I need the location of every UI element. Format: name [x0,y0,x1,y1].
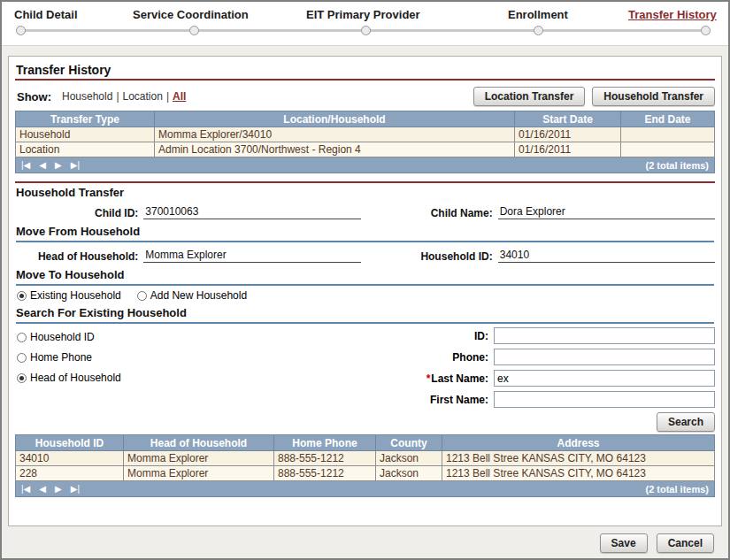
home-phone-radio[interactable]: Home Phone [17,351,280,364]
cell-household-id: 34010 [16,451,124,466]
column-header-start-date: Start Date [515,111,621,127]
step-child-detail[interactable]: Child Detail [14,8,78,21]
phone-field-row: Phone: [290,349,715,365]
search-area: Household ID Home Phone Head of Househol… [15,327,715,408]
household-id-value: 34010 [498,249,715,263]
result-row[interactable]: 34010 Momma Explorer 888-555-1212 Jackso… [16,451,715,466]
search-results-table: Household ID Head of Household Home Phon… [15,434,715,481]
first-name-field-label: First Name: [290,394,494,406]
column-header-location-household: Location/Household [155,111,515,127]
show-filter-all[interactable]: All [173,90,186,103]
add-new-household-radio[interactable]: Add New Household [137,289,247,302]
step-eit-primary-provider[interactable]: EIT Primary Provider [306,8,420,21]
show-label: Show: [17,90,51,104]
add-new-household-label: Add New Household [150,289,247,302]
household-id-label: Household ID: [361,250,498,263]
existing-household-radio[interactable]: Existing Household [17,289,121,302]
column-header-address: Address [442,435,715,451]
search-button-row: Search [15,412,715,432]
id-input[interactable] [494,327,715,344]
cancel-button[interactable]: Cancel [657,533,714,553]
radio-icon[interactable] [137,291,147,301]
move-from-household-heading: Move From Household [16,225,714,242]
id-field-row: ID: [290,327,715,344]
results-table-pager: |◀ ◀ ▶ ▶| (2 total items) [15,481,715,497]
pager-last-icon[interactable]: ▶| [71,161,80,170]
save-button[interactable]: Save [600,533,648,553]
pager-prev-icon[interactable]: ◀ [39,161,46,170]
cell-transfer-type: Household [16,127,155,142]
pager-first-icon[interactable]: |◀ [21,161,30,170]
step-service-coordination[interactable]: Service Coordination [133,8,249,21]
phone-input[interactable] [494,349,715,365]
pager-next-icon[interactable]: ▶ [55,161,62,170]
step-dot-icon[interactable] [701,26,711,35]
search-fields: ID: Phone: *Last Name: First Name: [290,327,715,408]
child-id-value: 370010063 [143,205,360,219]
child-info-row: Child ID: 370010063 Child Name: Dora Exp… [15,205,715,219]
table-header-row: Transfer Type Location/Household Start D… [16,111,715,127]
head-of-household-option-label: Head of Household [30,372,121,384]
pager-next-icon[interactable]: ▶ [55,485,62,494]
id-field-label: ID: [290,330,494,342]
cell-start-date: 01/16/2011 [515,142,621,157]
wizard-stepper: Child Detail Service Coordination EIT Pr… [2,2,728,46]
show-filter-location[interactable]: Location [123,90,163,103]
pager-last-icon[interactable]: ▶| [71,485,80,494]
step-enrollment[interactable]: Enrollment [508,8,568,21]
move-from-row: Head of Household: Momma Explorer Househ… [15,249,715,263]
show-filter-row: Show: Household | Location | All Locatio… [15,84,715,109]
search-button[interactable]: Search [657,412,715,432]
page-content: Transfer History Show: Household | Locat… [2,46,728,558]
transfer-history-table: Transfer Type Location/Household Start D… [15,111,715,157]
cell-end-date [621,142,715,157]
separator: | [116,90,119,103]
last-name-input[interactable] [494,370,715,387]
cell-transfer-type: Location [16,142,155,157]
step-transfer-history[interactable]: Transfer History [628,8,717,21]
first-name-input[interactable] [494,391,715,408]
transfer-actions: Location Transfer Household Transfer [473,87,715,106]
move-to-options: Existing Household Add New Household [17,289,713,302]
head-of-household-value: Momma Explorer [143,249,360,263]
last-name-field-label: *Last Name: [290,372,494,385]
household-id-radio[interactable]: Household ID [17,331,280,343]
column-header-end-date: End Date [621,111,715,127]
show-filter-household[interactable]: Household [62,90,112,103]
household-transfer-heading: Household Transfer [16,186,714,199]
cell-home-phone: 888-555-1212 [274,466,376,481]
cell-address: 1213 Bell Stree KANSAS CITY, MO 64123 [442,451,715,466]
cell-head-of-household: Momma Explorer [124,466,274,481]
column-header-home-phone: Home Phone [274,435,376,451]
step-dot-icon[interactable] [16,26,26,35]
section-divider [15,181,715,183]
head-of-household-radio[interactable]: Head of Household [17,372,280,384]
pager-prev-icon[interactable]: ◀ [39,485,46,494]
cell-start-date: 01/16/2011 [515,127,621,142]
child-name-value: Dora Explorer [498,205,715,219]
step-dot-icon[interactable] [534,26,543,35]
step-dot-icon[interactable] [189,26,199,35]
title-divider [15,79,715,81]
head-of-household-label: Head of Household: [15,250,143,263]
radio-icon[interactable] [17,373,27,383]
cell-address: 1213 Bell Stree KANSAS CITY, MO 64123 [442,466,715,481]
cell-head-of-household: Momma Explorer [124,451,274,466]
radio-icon[interactable] [17,333,27,342]
result-row[interactable]: 228 Momma Explorer 888-555-1212 Jackson … [16,466,715,481]
household-transfer-button[interactable]: Household Transfer [592,87,715,106]
history-table-pager: |◀ ◀ ▶ ▶| (2 total items) [15,157,715,173]
separator: | [166,90,169,103]
phone-field-label: Phone: [290,351,494,364]
table-row: Household Momma Explorer/34010 01/16/201… [16,127,715,142]
radio-icon[interactable] [17,291,27,301]
radio-icon[interactable] [17,353,27,363]
step-dot-icon[interactable] [361,26,371,35]
location-transfer-button[interactable]: Location Transfer [473,87,586,106]
existing-household-label: Existing Household [30,289,121,302]
app-window: Child Detail Service Coordination EIT Pr… [0,0,730,560]
search-criteria-options: Household ID Home Phone Head of Househol… [15,327,280,408]
pager-first-icon[interactable]: |◀ [21,485,30,494]
column-header-transfer-type: Transfer Type [16,111,155,127]
cell-end-date [621,127,715,142]
